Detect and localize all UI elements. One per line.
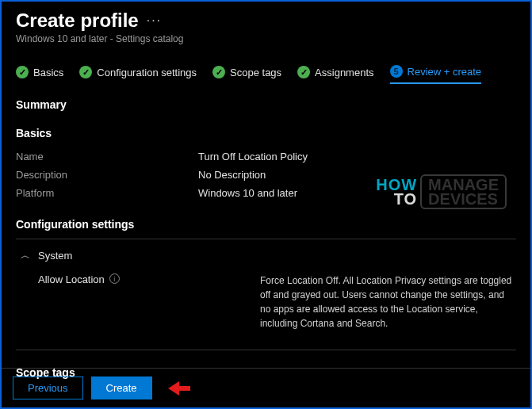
info-icon[interactable]: i (109, 273, 120, 284)
setting-description: Force Location Off. All Location Privacy… (260, 273, 516, 331)
page-title: Create profile (16, 10, 139, 32)
tab-review-create[interactable]: 5 Review + create (390, 65, 482, 84)
previous-button[interactable]: Previous (13, 377, 83, 399)
config-group-system[interactable]: ︿ System (21, 249, 516, 262)
create-button[interactable]: Create (91, 377, 152, 399)
check-icon: ✓ (297, 66, 310, 78)
watermark-text: TO (376, 192, 417, 206)
check-icon: ✓ (212, 66, 225, 78)
config-heading: Configuration settings (16, 218, 516, 231)
tab-configuration-settings[interactable]: ✓ Configuration settings (79, 66, 197, 83)
field-label: Description (16, 169, 198, 181)
tab-label: Review + create (408, 66, 482, 78)
setting-row: Allow Location i Force Location Off. All… (38, 273, 516, 331)
setting-label-wrap: Allow Location i (38, 273, 260, 331)
divider (16, 350, 516, 350)
chevron-up-icon: ︿ (21, 249, 30, 262)
field-value: Turn Off Location Policy (198, 151, 308, 162)
field-value: Windows 10 and later (198, 187, 297, 199)
review-step-icon: 5 (390, 65, 403, 78)
more-actions-icon[interactable]: ··· (147, 13, 162, 28)
create-profile-panel: Create profile ··· Windows 10 and later … (0, 0, 532, 409)
page-subtitle: Windows 10 and later - Settings catalog (16, 33, 516, 44)
tab-label: Configuration settings (97, 67, 197, 78)
setting-label: Allow Location (38, 273, 105, 285)
tab-basics[interactable]: ✓ Basics (16, 66, 63, 83)
tab-label: Assignments (315, 67, 373, 78)
tab-label: Scope tags (230, 67, 281, 78)
divider (16, 239, 516, 239)
check-icon: ✓ (79, 66, 92, 78)
summary-heading: Summary (16, 98, 516, 111)
annotation-arrow-icon (168, 382, 195, 395)
watermark-text: DEVICES (428, 192, 499, 206)
field-value: No Description (198, 169, 266, 181)
tab-label: Basics (33, 67, 63, 78)
wizard-tabs: ✓ Basics ✓ Configuration settings ✓ Scop… (16, 65, 516, 84)
field-row: Name Turn Off Location Policy (16, 147, 516, 166)
field-label: Platform (16, 187, 198, 199)
footer-bar: Previous Create (2, 368, 530, 407)
check-icon: ✓ (16, 66, 29, 78)
watermark-logo: HOW TO MANAGE DEVICES (376, 174, 507, 209)
basics-heading: Basics (16, 127, 516, 140)
field-label: Name (16, 151, 198, 162)
tab-assignments[interactable]: ✓ Assignments (297, 66, 373, 83)
config-group-label: System (38, 250, 72, 262)
tab-scope-tags[interactable]: ✓ Scope tags (212, 66, 281, 83)
